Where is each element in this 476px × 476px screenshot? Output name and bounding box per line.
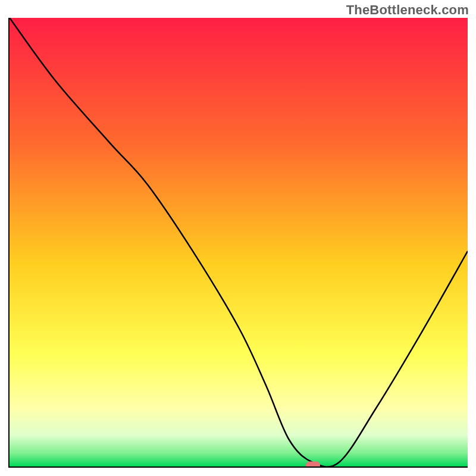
gradient-fill (10, 18, 468, 466)
plot-svg (10, 18, 468, 466)
chart-frame: TheBottleneck.com (0, 0, 476, 476)
optimal-marker (306, 462, 320, 468)
watermark-text: TheBottleneck.com (346, 2, 469, 18)
plot-area (8, 18, 468, 468)
